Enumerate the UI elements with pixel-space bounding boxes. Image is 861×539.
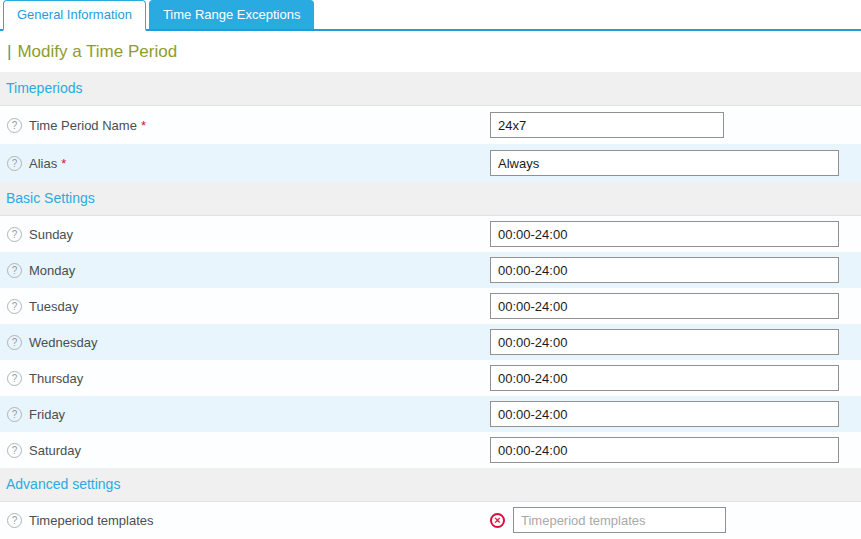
monday-input[interactable]: [490, 257, 839, 283]
input-cell: [490, 257, 839, 283]
help-icon[interactable]: ?: [7, 227, 22, 242]
input-cell: [490, 150, 839, 176]
form-row-tuesday: ? Tuesday: [0, 288, 861, 324]
wednesday-input[interactable]: [490, 329, 839, 355]
label-cell: ? Tuesday: [0, 299, 490, 314]
section-header-timeperiods: Timeperiods: [0, 72, 861, 106]
input-cell: [490, 221, 839, 247]
help-icon[interactable]: ?: [7, 263, 22, 278]
form-row-sunday: ? Sunday: [0, 216, 861, 252]
help-icon[interactable]: ?: [7, 335, 22, 350]
field-label-saturday: Saturday: [29, 443, 81, 458]
field-label-wednesday: Wednesday: [29, 335, 97, 350]
form-row-timeperiod-templates: ? Timeperiod templates ×: [0, 502, 861, 538]
label-cell: ? Wednesday: [0, 335, 490, 350]
tab-bar: General Information Time Range Exception…: [0, 0, 861, 31]
label-cell: ? Friday: [0, 407, 490, 422]
saturday-input[interactable]: [490, 437, 839, 463]
tab-time-range-exceptions[interactable]: Time Range Exceptions: [149, 0, 315, 29]
field-label-monday: Monday: [29, 263, 75, 278]
timeperiod-templates-input[interactable]: [513, 507, 726, 533]
field-label-alias: Alias: [29, 156, 57, 171]
input-cell: [490, 293, 839, 319]
input-cell: [490, 401, 839, 427]
help-icon[interactable]: ?: [7, 156, 22, 171]
help-icon[interactable]: ?: [7, 443, 22, 458]
section-header-basic-settings: Basic Settings: [0, 182, 861, 216]
input-cell: [490, 365, 839, 391]
page-title: Modify a Time Period: [17, 42, 177, 62]
form-row-alias: ? Alias *: [0, 144, 861, 182]
label-cell: ? Saturday: [0, 443, 490, 458]
sunday-input[interactable]: [490, 221, 839, 247]
tab-general-information[interactable]: General Information: [3, 0, 146, 31]
label-cell: ? Sunday: [0, 227, 490, 242]
form-row-monday: ? Monday: [0, 252, 861, 288]
field-label-tuesday: Tuesday: [29, 299, 78, 314]
label-cell: ? Monday: [0, 263, 490, 278]
required-asterisk: *: [141, 118, 146, 133]
friday-input[interactable]: [490, 401, 839, 427]
help-icon[interactable]: ?: [7, 118, 22, 133]
form-row-saturday: ? Saturday: [0, 432, 861, 468]
help-icon[interactable]: ?: [7, 299, 22, 314]
required-asterisk: *: [61, 156, 66, 171]
remove-template-icon[interactable]: ×: [490, 513, 505, 528]
field-label-thursday: Thursday: [29, 371, 83, 386]
help-icon[interactable]: ?: [7, 513, 22, 528]
field-label-timeperiod-templates: Timeperiod templates: [29, 513, 154, 528]
field-label-friday: Friday: [29, 407, 65, 422]
help-icon[interactable]: ?: [7, 407, 22, 422]
input-cell: [490, 112, 724, 138]
title-pipe-decoration: |: [7, 42, 11, 62]
thursday-input[interactable]: [490, 365, 839, 391]
form-row-thursday: ? Thursday: [0, 360, 861, 396]
form-row-wednesday: ? Wednesday: [0, 324, 861, 360]
label-cell: ? Timeperiod templates: [0, 513, 490, 528]
help-icon[interactable]: ?: [7, 371, 22, 386]
time-period-name-input[interactable]: [490, 112, 724, 138]
label-cell: ? Time Period Name *: [0, 118, 490, 133]
page-title-bar: | Modify a Time Period: [0, 31, 861, 72]
field-label-time-period-name: Time Period Name: [29, 118, 137, 133]
input-cell: [490, 437, 839, 463]
label-cell: ? Alias *: [0, 156, 490, 171]
section-header-advanced-settings: Advanced settings: [0, 468, 861, 502]
form-row-time-period-name: ? Time Period Name *: [0, 106, 861, 144]
field-label-sunday: Sunday: [29, 227, 73, 242]
form-row-friday: ? Friday: [0, 396, 861, 432]
input-cell: [490, 329, 839, 355]
input-cell: ×: [490, 507, 726, 533]
alias-input[interactable]: [490, 150, 839, 176]
label-cell: ? Thursday: [0, 371, 490, 386]
tuesday-input[interactable]: [490, 293, 839, 319]
